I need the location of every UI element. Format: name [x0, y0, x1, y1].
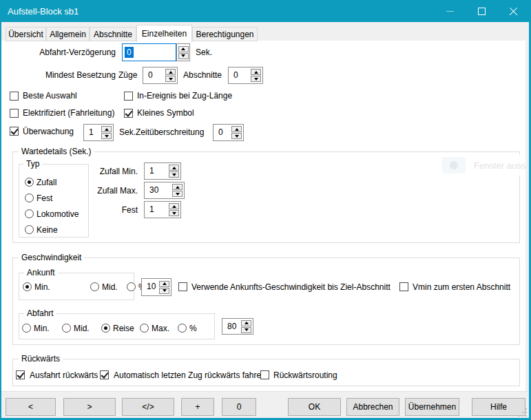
next-button[interactable]: >: [63, 398, 116, 416]
tab-berechtigungen[interactable]: Berechtigungen: [192, 27, 258, 41]
ghost-chip: [442, 157, 466, 174]
zero-button[interactable]: 0: [222, 398, 256, 416]
frame-strip: [525, 22, 529, 418]
tab-abschnitte[interactable]: Abschnitte: [90, 27, 136, 41]
arrow-down-icon: [254, 78, 258, 81]
arrow-up-icon: [181, 48, 185, 50]
zufall-min-spinner[interactable]: 1: [144, 162, 181, 180]
zeitueberschreitung-spinner[interactable]: 0: [213, 124, 244, 141]
abfahrt-reise-radio[interactable]: [101, 324, 110, 333]
spin-down-button[interactable]: [231, 133, 242, 139]
typ-lokomotive-radio[interactable]: [25, 209, 34, 218]
automatisch-rueckwaerts-label: Automatisch letzten Zug rückwärts fahren: [114, 370, 266, 381]
arrow-up-icon: [235, 128, 239, 131]
spinner-value: 80: [222, 319, 241, 334]
close-icon: [509, 7, 518, 16]
spin-down-button[interactable]: [165, 76, 176, 82]
spin-down-button[interactable]: [241, 327, 251, 333]
kleines-symbol-checkbox[interactable]: [124, 109, 133, 118]
spin-down-button[interactable]: [169, 171, 179, 178]
arrow-down-icon: [244, 328, 249, 331]
zufall-max-spinner[interactable]: 30: [144, 182, 185, 199]
window-title: Aufstell-Block sb1: [8, 6, 79, 17]
spin-up-button[interactable]: [241, 320, 251, 326]
ok-button[interactable]: OK: [288, 398, 341, 416]
spin-down-button[interactable]: [172, 191, 183, 197]
resize-grip[interactable]: [519, 408, 528, 417]
prev-button[interactable]: <: [6, 398, 56, 416]
automatisch-rueckwaerts-checkbox[interactable]: [100, 370, 109, 379]
spin-up-button[interactable]: [178, 46, 189, 52]
abfahrt-verzoegerung-label: Abfahrt-Verzögerung: [21, 48, 116, 58]
ankunft-mid-label: Mid.: [102, 282, 118, 293]
vmin-checkbox[interactable]: [399, 282, 408, 291]
arrow-down-icon: [172, 212, 176, 215]
ausfahrt-rueckwaerts-checkbox[interactable]: [16, 370, 25, 379]
hilfe-button[interactable]: Hilfe: [472, 398, 525, 416]
arrow-down-icon: [105, 135, 109, 138]
verwende-ankunft-checkbox[interactable]: [178, 282, 187, 291]
minimize-button[interactable]: [434, 0, 466, 22]
spin-up-button[interactable]: [159, 281, 169, 287]
tab-einzelheiten[interactable]: Einzelheiten: [136, 25, 192, 42]
plus-button[interactable]: +: [181, 398, 214, 416]
sek-unit-label: Sek.: [119, 127, 136, 138]
tab-allgemein[interactable]: Allgemein: [46, 27, 90, 41]
spin-up-button[interactable]: [231, 126, 242, 132]
zuege-label: Züge: [118, 70, 137, 81]
spin-up-button[interactable]: [165, 69, 176, 75]
abfahrt-min-radio[interactable]: [22, 324, 31, 333]
in-ereignis-checkbox[interactable]: [124, 92, 133, 101]
in-ereignis-label: In-Ereignis bei Zug-Länge: [137, 91, 232, 101]
ankunft-speed-spinner[interactable]: 10: [141, 278, 171, 296]
beste-auswahl-checkbox[interactable]: [10, 92, 19, 101]
elektrifiziert-checkbox[interactable]: [10, 109, 19, 118]
fest-spinner[interactable]: 1: [144, 201, 181, 218]
code-button[interactable]: </>: [122, 398, 174, 416]
ankunft-mid-radio[interactable]: [90, 282, 99, 291]
ueberwachung-label: Überwachung: [23, 127, 74, 137]
spin-down-button[interactable]: [159, 288, 169, 294]
ankunft-min-radio[interactable]: [23, 282, 32, 291]
abfahrt-mid-radio[interactable]: [62, 324, 71, 333]
abbrechen-button[interactable]: Abbrechen: [346, 398, 399, 416]
typ-lokomotive-label: Lokomotive: [37, 209, 79, 220]
zufall-min-label: Zufall Min.: [81, 167, 138, 177]
ueberwachung-spinner[interactable]: 1: [83, 124, 114, 141]
ankunft-title: Ankunft: [24, 268, 58, 277]
spin-down-button[interactable]: [169, 210, 179, 216]
zuege-spinner[interactable]: 0: [143, 67, 178, 84]
spin-up-button[interactable]: [172, 184, 183, 190]
beste-auswahl-label: Beste Auswahl: [23, 91, 77, 101]
abfahrt-min-label: Min.: [34, 324, 50, 334]
typ-title: Typ: [23, 159, 42, 169]
arrow-up-icon: [172, 167, 176, 169]
abfahrt-speed-spinner[interactable]: 80: [222, 318, 253, 335]
typ-keine-radio[interactable]: [25, 225, 34, 234]
tab-uebersicht[interactable]: Übersicht: [6, 27, 46, 41]
close-button[interactable]: [497, 0, 529, 22]
abschnitte-spinner[interactable]: 0: [228, 67, 263, 84]
spin-up-button[interactable]: [101, 126, 112, 132]
ueberwachung-checkbox[interactable]: [10, 127, 19, 136]
typ-fest-radio[interactable]: [25, 193, 34, 202]
uebernehmen-button[interactable]: Übernehmen: [405, 398, 459, 416]
spin-down-button[interactable]: [251, 76, 261, 82]
typ-zufall-radio[interactable]: [25, 178, 34, 187]
arrow-up-icon: [176, 186, 180, 189]
abfahrt-verzoegerung-input[interactable]: 0: [122, 43, 176, 61]
zeitueberschreitung-label: Zeitüberschreitung: [136, 127, 204, 138]
maximize-button[interactable]: [466, 0, 497, 22]
spin-down-button[interactable]: [178, 53, 189, 59]
titlebar[interactable]: Aufstell-Block sb1: [0, 0, 531, 22]
abfahrt-percent-radio[interactable]: [178, 324, 187, 333]
spin-up-button[interactable]: [169, 203, 179, 209]
spin-up-button[interactable]: [169, 165, 179, 171]
rueckwaertsrouting-checkbox[interactable]: [260, 370, 269, 379]
spinner-value: 1: [145, 163, 169, 179]
spin-down-button[interactable]: [101, 133, 112, 139]
abfahrt-max-radio[interactable]: [140, 324, 149, 333]
spin-up-button[interactable]: [251, 69, 261, 75]
geschwindigkeit-title: Geschwindigkeit: [19, 253, 84, 262]
ankunft-percent-radio[interactable]: [127, 282, 136, 291]
